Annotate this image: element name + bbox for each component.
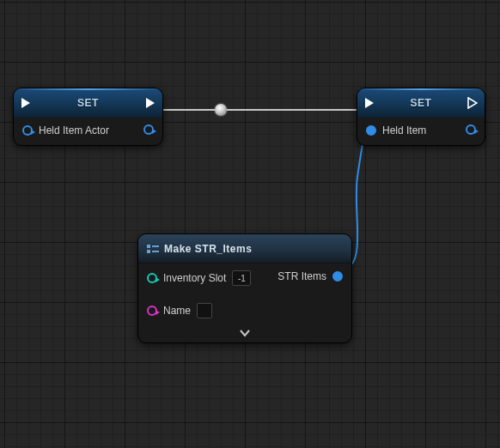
node-header[interactable]: SET	[14, 88, 162, 118]
svg-rect-3	[152, 251, 159, 252]
exec-out-pin[interactable]	[467, 97, 478, 109]
svg-rect-2	[152, 245, 159, 247]
node-title: SET	[77, 97, 99, 109]
struct-pin-icon[interactable]	[332, 271, 343, 282]
object-pin-icon[interactable]	[143, 124, 154, 135]
int-pin-icon[interactable]	[147, 273, 157, 283]
svg-rect-0	[147, 245, 150, 248]
pin-label: Inventory Slot	[163, 272, 226, 284]
str-items-output-row[interactable]: STR Items	[277, 270, 343, 282]
string-pin-icon[interactable]	[147, 306, 157, 316]
name-input-row[interactable]: Name	[147, 303, 251, 318]
name-value-input[interactable]	[197, 303, 212, 318]
node-header[interactable]: SET	[357, 88, 485, 118]
node-title: SET	[411, 97, 432, 109]
svg-rect-1	[147, 250, 150, 253]
wire-layer	[0, 0, 500, 448]
make-str-items-node[interactable]: Make STR_Items Inventory Slot -1 Name ST…	[137, 233, 352, 343]
reroute-node[interactable]	[215, 104, 227, 116]
pin-label: STR Items	[277, 270, 326, 282]
set-held-item-node[interactable]: SET Held Item	[357, 88, 485, 146]
pin-label: Name	[163, 305, 191, 317]
inventory-slot-value-input[interactable]: -1	[232, 270, 251, 286]
exec-out-pin[interactable]	[145, 97, 155, 109]
node-title: Make STR_Items	[164, 243, 252, 255]
held-item-actor-input-row[interactable]: Held Item Actor	[22, 124, 109, 136]
value-output-row[interactable]	[143, 124, 154, 135]
node-header[interactable]: Make STR_Items	[138, 234, 351, 263]
struct-pin-icon[interactable]	[466, 124, 476, 135]
exec-in-pin[interactable]	[21, 97, 31, 109]
struct-icon	[147, 244, 159, 254]
pin-label: Held Item Actor	[39, 124, 109, 136]
pin-label: Held Item	[382, 124, 426, 136]
set-held-item-actor-node[interactable]: SET Held Item Actor	[13, 88, 163, 146]
held-item-input-row[interactable]: Held Item	[366, 124, 426, 136]
expand-arrow-icon[interactable]	[138, 327, 351, 342]
struct-pin-icon[interactable]	[366, 125, 376, 136]
object-pin-icon[interactable]	[22, 125, 33, 136]
value-output-row[interactable]	[466, 124, 476, 135]
inventory-slot-input-row[interactable]: Inventory Slot -1	[147, 270, 251, 286]
exec-in-pin[interactable]	[364, 97, 375, 109]
